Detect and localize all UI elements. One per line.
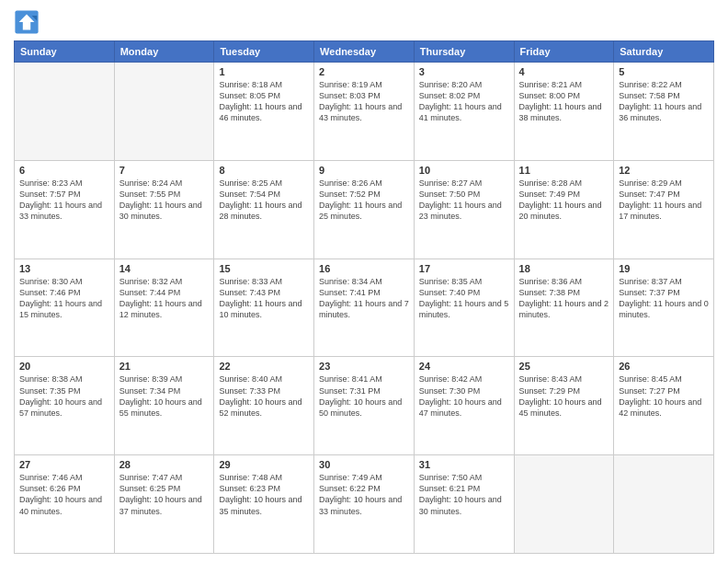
day-info: Sunrise: 8:22 AM Sunset: 7:58 PM Dayligh… bbox=[619, 79, 709, 124]
calendar-cell: 16Sunrise: 8:34 AM Sunset: 7:41 PM Dayli… bbox=[314, 259, 415, 357]
day-number: 11 bbox=[519, 165, 609, 176]
calendar-cell: 23Sunrise: 8:41 AM Sunset: 7:31 PM Dayli… bbox=[314, 357, 415, 455]
day-number: 30 bbox=[319, 459, 409, 470]
day-info: Sunrise: 8:28 AM Sunset: 7:49 PM Dayligh… bbox=[519, 178, 609, 223]
day-number: 24 bbox=[419, 361, 509, 372]
day-number: 13 bbox=[19, 263, 109, 274]
calendar-cell: 27Sunrise: 7:46 AM Sunset: 6:26 PM Dayli… bbox=[15, 455, 115, 554]
day-number: 21 bbox=[119, 361, 210, 372]
logo bbox=[14, 9, 43, 35]
day-number: 6 bbox=[19, 165, 109, 176]
calendar-cell: 1Sunrise: 8:18 AM Sunset: 8:05 PM Daylig… bbox=[214, 63, 314, 161]
header-day-monday: Monday bbox=[114, 41, 214, 63]
day-number: 8 bbox=[219, 165, 309, 176]
day-info: Sunrise: 8:23 AM Sunset: 7:57 PM Dayligh… bbox=[19, 178, 109, 223]
day-number: 4 bbox=[519, 66, 609, 77]
calendar-cell bbox=[15, 63, 115, 161]
calendar-cell: 5Sunrise: 8:22 AM Sunset: 7:58 PM Daylig… bbox=[614, 63, 714, 161]
day-info: Sunrise: 8:34 AM Sunset: 7:41 PM Dayligh… bbox=[319, 276, 409, 321]
day-info: Sunrise: 8:20 AM Sunset: 8:02 PM Dayligh… bbox=[419, 79, 509, 124]
day-info: Sunrise: 8:21 AM Sunset: 8:00 PM Dayligh… bbox=[519, 79, 609, 124]
calendar-cell: 29Sunrise: 7:48 AM Sunset: 6:23 PM Dayli… bbox=[214, 455, 314, 554]
day-info: Sunrise: 8:37 AM Sunset: 7:37 PM Dayligh… bbox=[619, 276, 709, 321]
day-number: 26 bbox=[619, 361, 709, 372]
day-number: 2 bbox=[319, 66, 409, 77]
day-info: Sunrise: 8:30 AM Sunset: 7:46 PM Dayligh… bbox=[19, 276, 109, 321]
header-day-sunday: Sunday bbox=[15, 41, 115, 63]
day-info: Sunrise: 7:47 AM Sunset: 6:25 PM Dayligh… bbox=[119, 472, 210, 517]
header-day-wednesday: Wednesday bbox=[314, 41, 415, 63]
day-info: Sunrise: 8:26 AM Sunset: 7:52 PM Dayligh… bbox=[319, 178, 409, 223]
calendar-week-row: 13Sunrise: 8:30 AM Sunset: 7:46 PM Dayli… bbox=[15, 259, 714, 357]
day-number: 31 bbox=[419, 459, 509, 470]
header bbox=[14, 9, 714, 35]
calendar-cell: 9Sunrise: 8:26 AM Sunset: 7:52 PM Daylig… bbox=[314, 160, 415, 259]
day-number: 16 bbox=[319, 263, 409, 274]
day-info: Sunrise: 8:38 AM Sunset: 7:35 PM Dayligh… bbox=[19, 373, 109, 419]
day-info: Sunrise: 8:32 AM Sunset: 7:44 PM Dayligh… bbox=[119, 276, 210, 321]
calendar-cell bbox=[614, 455, 714, 554]
day-number: 3 bbox=[419, 66, 509, 77]
calendar-cell: 17Sunrise: 8:35 AM Sunset: 7:40 PM Dayli… bbox=[414, 259, 514, 357]
logo-icon bbox=[14, 9, 40, 35]
header-day-friday: Friday bbox=[514, 41, 614, 63]
day-info: Sunrise: 8:35 AM Sunset: 7:40 PM Dayligh… bbox=[419, 276, 509, 321]
calendar-cell bbox=[514, 455, 614, 554]
calendar-cell: 13Sunrise: 8:30 AM Sunset: 7:46 PM Dayli… bbox=[15, 259, 115, 357]
calendar-cell: 21Sunrise: 8:39 AM Sunset: 7:34 PM Dayli… bbox=[114, 357, 214, 455]
day-info: Sunrise: 8:25 AM Sunset: 7:54 PM Dayligh… bbox=[219, 178, 309, 223]
calendar-cell: 10Sunrise: 8:27 AM Sunset: 7:50 PM Dayli… bbox=[414, 160, 514, 259]
calendar-week-row: 6Sunrise: 8:23 AM Sunset: 7:57 PM Daylig… bbox=[15, 160, 714, 259]
calendar-cell: 30Sunrise: 7:49 AM Sunset: 6:22 PM Dayli… bbox=[314, 455, 415, 554]
day-number: 22 bbox=[219, 361, 309, 372]
calendar-cell bbox=[114, 63, 214, 161]
calendar-week-row: 20Sunrise: 8:38 AM Sunset: 7:35 PM Dayli… bbox=[15, 357, 714, 455]
calendar-cell: 25Sunrise: 8:43 AM Sunset: 7:29 PM Dayli… bbox=[514, 357, 614, 455]
day-number: 25 bbox=[519, 361, 609, 372]
calendar-header-row: SundayMondayTuesdayWednesdayThursdayFrid… bbox=[15, 41, 714, 63]
day-number: 12 bbox=[619, 165, 709, 176]
calendar-cell: 26Sunrise: 8:45 AM Sunset: 7:27 PM Dayli… bbox=[614, 357, 714, 455]
day-info: Sunrise: 8:39 AM Sunset: 7:34 PM Dayligh… bbox=[119, 373, 210, 419]
calendar-cell: 8Sunrise: 8:25 AM Sunset: 7:54 PM Daylig… bbox=[214, 160, 314, 259]
day-info: Sunrise: 8:40 AM Sunset: 7:33 PM Dayligh… bbox=[219, 373, 309, 419]
day-number: 1 bbox=[219, 66, 309, 77]
day-number: 19 bbox=[619, 263, 709, 274]
calendar-cell: 12Sunrise: 8:29 AM Sunset: 7:47 PM Dayli… bbox=[614, 160, 714, 259]
day-info: Sunrise: 8:27 AM Sunset: 7:50 PM Dayligh… bbox=[419, 178, 509, 223]
calendar-week-row: 27Sunrise: 7:46 AM Sunset: 6:26 PM Dayli… bbox=[15, 455, 714, 554]
day-number: 5 bbox=[619, 66, 709, 77]
header-day-saturday: Saturday bbox=[614, 41, 714, 63]
calendar-cell: 6Sunrise: 8:23 AM Sunset: 7:57 PM Daylig… bbox=[15, 160, 115, 259]
calendar-cell: 11Sunrise: 8:28 AM Sunset: 7:49 PM Dayli… bbox=[514, 160, 614, 259]
day-info: Sunrise: 8:33 AM Sunset: 7:43 PM Dayligh… bbox=[219, 276, 309, 321]
header-day-tuesday: Tuesday bbox=[214, 41, 314, 63]
calendar-cell: 2Sunrise: 8:19 AM Sunset: 8:03 PM Daylig… bbox=[314, 63, 415, 161]
day-number: 14 bbox=[119, 263, 210, 274]
day-number: 17 bbox=[419, 263, 509, 274]
calendar-cell: 31Sunrise: 7:50 AM Sunset: 6:21 PM Dayli… bbox=[414, 455, 514, 554]
day-info: Sunrise: 8:36 AM Sunset: 7:38 PM Dayligh… bbox=[519, 276, 609, 321]
day-info: Sunrise: 8:19 AM Sunset: 8:03 PM Dayligh… bbox=[319, 79, 409, 124]
calendar-cell: 28Sunrise: 7:47 AM Sunset: 6:25 PM Dayli… bbox=[114, 455, 214, 554]
calendar-cell: 14Sunrise: 8:32 AM Sunset: 7:44 PM Dayli… bbox=[114, 259, 214, 357]
calendar-cell: 22Sunrise: 8:40 AM Sunset: 7:33 PM Dayli… bbox=[214, 357, 314, 455]
day-info: Sunrise: 8:45 AM Sunset: 7:27 PM Dayligh… bbox=[619, 373, 709, 419]
day-number: 27 bbox=[19, 459, 109, 470]
calendar-cell: 19Sunrise: 8:37 AM Sunset: 7:37 PM Dayli… bbox=[614, 259, 714, 357]
day-info: Sunrise: 8:41 AM Sunset: 7:31 PM Dayligh… bbox=[319, 373, 409, 419]
header-day-thursday: Thursday bbox=[414, 41, 514, 63]
day-number: 15 bbox=[219, 263, 309, 274]
day-info: Sunrise: 8:43 AM Sunset: 7:29 PM Dayligh… bbox=[519, 373, 609, 419]
calendar-cell: 15Sunrise: 8:33 AM Sunset: 7:43 PM Dayli… bbox=[214, 259, 314, 357]
day-info: Sunrise: 8:18 AM Sunset: 8:05 PM Dayligh… bbox=[219, 79, 309, 124]
day-info: Sunrise: 7:48 AM Sunset: 6:23 PM Dayligh… bbox=[219, 472, 309, 517]
day-number: 23 bbox=[319, 361, 409, 372]
day-info: Sunrise: 7:46 AM Sunset: 6:26 PM Dayligh… bbox=[19, 472, 109, 517]
calendar-cell: 24Sunrise: 8:42 AM Sunset: 7:30 PM Dayli… bbox=[414, 357, 514, 455]
calendar-cell: 18Sunrise: 8:36 AM Sunset: 7:38 PM Dayli… bbox=[514, 259, 614, 357]
day-number: 29 bbox=[219, 459, 309, 470]
calendar: SundayMondayTuesdayWednesdayThursdayFrid… bbox=[14, 40, 714, 554]
day-info: Sunrise: 7:49 AM Sunset: 6:22 PM Dayligh… bbox=[319, 472, 409, 517]
calendar-cell: 7Sunrise: 8:24 AM Sunset: 7:55 PM Daylig… bbox=[114, 160, 214, 259]
